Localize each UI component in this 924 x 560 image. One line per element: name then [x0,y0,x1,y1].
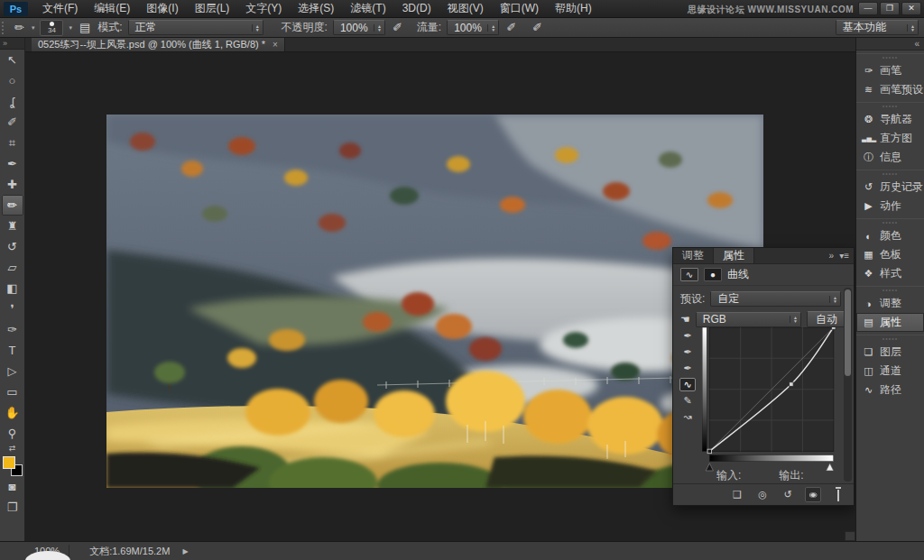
tool-crop[interactable]: ⌗ [2,133,23,153]
dock-item-brush-presets[interactable]: ≋画笔预设 [856,80,924,99]
reset-adjustment-icon[interactable]: ↺ [780,489,796,500]
tool-marquee[interactable]: ○ [2,70,23,91]
document-close-icon[interactable]: × [273,40,278,50]
targeted-adjustment-icon[interactable]: ☚ [680,313,690,326]
brush-tool-caret-icon[interactable]: ▾ [32,24,35,32]
tool-pen[interactable]: ✑ [2,319,23,340]
menu-window[interactable]: 窗口(W) [492,0,547,17]
tool-blur[interactable]: ❜ [2,298,23,319]
close-button[interactable]: ✕ [901,2,921,15]
menu-type[interactable]: 文字(Y) [237,0,290,17]
tool-shape[interactable]: ▭ [2,381,23,402]
document-tab[interactable]: 0525练习--坝上风景.psd @ 100% (曲线 1, RGB/8) * … [32,38,285,51]
tool-quick-selection[interactable]: ✐ [2,112,23,133]
panel-group-grip[interactable]: ••••• [856,102,924,110]
tools-collapse-icon[interactable]: » [0,38,24,50]
brush-preset-picker[interactable]: 34 [40,20,63,36]
menu-file[interactable]: 文件(F) [34,0,86,17]
panel-scrollbar[interactable] [844,288,852,482]
tool-hand[interactable]: ✋ [2,402,23,423]
panel-group-grip[interactable]: ••••• [856,170,924,178]
tool-history-brush[interactable]: ↺ [2,236,23,257]
tab-adjustments[interactable]: 调整 [673,248,713,263]
tool-spot-healing-brush[interactable]: ✚ [2,174,23,195]
smooth-curve-icon[interactable]: ↝ [679,410,696,424]
toggle-brush-panel-icon[interactable]: ▤ [78,21,92,34]
panel-group-grip[interactable]: ••••• [856,218,924,226]
dock-item-layers[interactable]: ❏图层 [856,343,924,362]
panel-menu-icon[interactable]: ▾≡ [839,251,849,261]
menu-filter[interactable]: 滤镜(T) [342,0,393,17]
swap-colors-icon[interactable]: ⇄ [9,444,16,454]
edit-points-icon[interactable]: ∿ [679,378,696,391]
tablet-pressure-opacity-icon[interactable]: ✐ [391,21,404,34]
tool-path-selection[interactable]: ▷ [2,361,23,381]
photoshop-logo[interactable]: Ps [4,2,28,16]
dock-item-paths[interactable]: ∿路径 [856,381,924,399]
status-options-icon[interactable]: ▶ [182,547,188,555]
dock-item-brush[interactable]: ✑画笔 [856,61,924,80]
tablet-pressure-size-icon[interactable]: ✐ [531,21,544,34]
dock-item-color[interactable]: ◐颜色 [856,226,924,245]
document-image[interactable] [106,115,763,488]
flow-select[interactable]: 100% [447,20,499,35]
dock-item-histogram[interactable]: ▃▅▂直方图 [856,129,924,148]
clip-to-layer-icon[interactable]: ❑ [729,489,745,500]
airbrush-icon[interactable]: ✐ [504,21,518,34]
dock-collapse-icon[interactable]: « [856,38,924,50]
pencil-icon[interactable]: ✎ [679,394,696,408]
restore-button[interactable]: ❐ [880,2,900,15]
dock-item-actions[interactable]: ▶动作 [856,197,924,216]
tool-type[interactable]: T [2,340,23,361]
dock-item-info[interactable]: ⓘ信息 [856,148,924,167]
panel-group-grip[interactable]: ••••• [856,286,924,294]
tool-lasso[interactable]: ʆ [2,91,23,112]
tool-eraser[interactable]: ▱ [2,257,23,278]
tool-brush[interactable]: ✏ [2,195,23,216]
dock-item-properties[interactable]: ▤属性 [856,313,924,332]
dock-item-styles[interactable]: ❖样式 [856,264,924,283]
tool-gradient[interactable]: ◧ [2,278,23,298]
menu-help[interactable]: 帮助(H) [547,0,600,17]
dock-item-swatches[interactable]: ▦色板 [856,245,924,264]
black-point-eyedropper-icon[interactable]: ✒ [679,329,696,343]
panel-collapse-icon[interactable]: » [829,251,835,261]
panel-scrollbar-thumb[interactable] [845,289,851,376]
preset-select[interactable]: 自定 [710,291,841,307]
menu-view[interactable]: 视图(V) [439,0,492,17]
dock-item-adjustments[interactable]: ◑调整 [856,294,924,313]
brush-preset-caret-icon[interactable]: ▾ [69,24,72,32]
tool-eyedropper[interactable]: ✒ [2,153,23,174]
dock-item-history[interactable]: ↺历史记录 [856,178,924,197]
foreground-color-swatch[interactable] [3,456,15,469]
dock-item-navigator[interactable]: ❂导航器 [856,110,924,129]
brush-tool-icon[interactable]: ✏ [13,21,26,34]
channel-select[interactable]: RGB [696,312,801,327]
screen-mode-button[interactable]: ❐ [2,497,23,518]
menu-edit[interactable]: 编辑(E) [86,0,138,17]
layer-visibility-icon[interactable]: ◉ [805,487,821,502]
workspace-select[interactable]: 基本功能 [836,20,919,35]
curves-adjustment-icon[interactable]: ∿ [680,268,698,281]
opacity-select[interactable]: 100% [333,20,385,35]
tool-clone-stamp[interactable]: ♜ [2,216,23,236]
minimize-button[interactable]: — [858,2,878,15]
layer-mask-icon[interactable]: ● [704,268,722,281]
view-previous-state-icon[interactable]: ◎ [754,489,771,500]
menu-3d[interactable]: 3D(D) [394,0,439,17]
dock-item-channels[interactable]: ◫通道 [856,362,924,381]
gray-point-eyedropper-icon[interactable]: ✒ [679,345,696,359]
curves-graph[interactable] [702,327,837,474]
tab-properties[interactable]: 属性 [713,248,754,263]
panel-group-grip[interactable]: ••••• [856,335,924,343]
blend-mode-select[interactable]: 正常 [128,20,263,35]
auto-button[interactable]: 自动 [807,311,846,327]
quick-mask-button[interactable]: ◙ [2,476,23,497]
panel-group-grip[interactable]: ••••• [856,53,924,61]
menu-layer[interactable]: 图层(L) [187,0,238,17]
tool-zoom[interactable]: ⚲ [2,423,23,444]
menu-image[interactable]: 图像(I) [138,0,186,17]
delete-adjustment-icon[interactable] [830,490,846,500]
white-point-eyedropper-icon[interactable]: ✒ [679,362,696,375]
menu-select[interactable]: 选择(S) [290,0,342,17]
